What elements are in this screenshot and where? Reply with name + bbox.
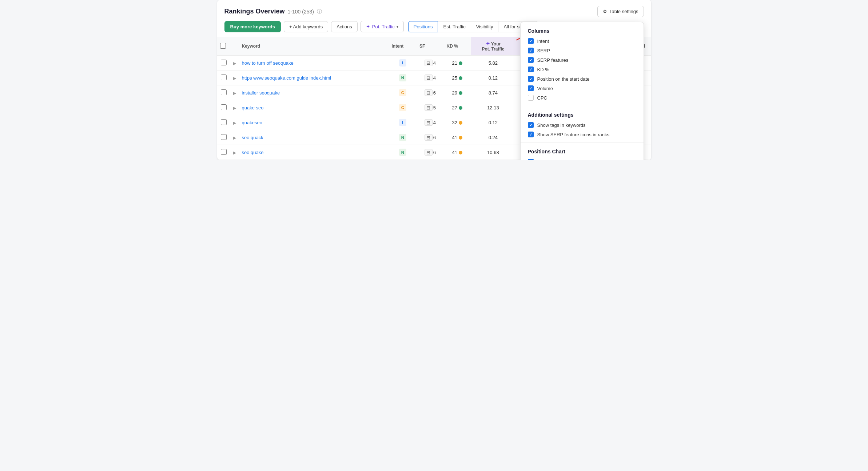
- cell-pot-traffic-1: 0.12: [471, 71, 515, 85]
- actions-button[interactable]: Actions: [331, 21, 358, 32]
- cell-kd-4: 32: [443, 115, 471, 130]
- checkbox-smart-zoom: ✓: [528, 159, 534, 160]
- checkbox-intent: ✓: [528, 38, 534, 44]
- row-checkbox-5[interactable]: [221, 134, 227, 140]
- keyword-link-0[interactable]: how to turn off seoquake: [242, 60, 294, 66]
- cell-checkbox: [217, 56, 230, 71]
- tab-visibility[interactable]: Visibility: [471, 21, 499, 32]
- info-icon[interactable]: ⓘ: [317, 8, 322, 15]
- cell-pot-traffic-5: 0.24: [471, 130, 515, 145]
- cell-kd-6: 41: [443, 145, 471, 160]
- expand-icon-3[interactable]: ▶: [233, 106, 236, 110]
- cell-expand: ▶: [230, 85, 239, 100]
- checkbox-show-tags: ✓: [528, 122, 534, 128]
- cell-expand: ▶: [230, 71, 239, 85]
- row-checkbox-6[interactable]: [221, 149, 227, 155]
- expand-icon-6[interactable]: ▶: [233, 150, 236, 155]
- row-checkbox-3[interactable]: [221, 104, 227, 110]
- settings-item-show-tags[interactable]: ✓ Show tags in keywords: [528, 122, 636, 128]
- row-checkbox-1[interactable]: [221, 75, 227, 80]
- settings-item-smart-zoom[interactable]: ✓ Smart zoom: [528, 159, 636, 160]
- cell-keyword-5: seo quack: [239, 130, 389, 145]
- expand-icon-2[interactable]: ▶: [233, 91, 236, 95]
- settings-item-show-serp-icons[interactable]: ✓ Show SERP feature icons in ranks: [528, 132, 636, 137]
- gear-icon: ⚙: [603, 9, 607, 14]
- expand-icon-0[interactable]: ▶: [233, 61, 236, 65]
- keyword-link-4[interactable]: quakeseo: [242, 120, 262, 125]
- row-checkbox-2[interactable]: [221, 89, 227, 95]
- cell-checkbox: [217, 85, 230, 100]
- settings-item-position-start[interactable]: ✓ Position on the start date: [528, 76, 636, 82]
- checkbox-serp-features: ✓: [528, 57, 534, 63]
- sparkle-icon-th: ✦: [486, 41, 490, 47]
- settings-label-intent: Intent: [537, 39, 549, 44]
- intent-badge-5: N: [399, 134, 406, 141]
- settings-label-cpc: CPC: [537, 95, 547, 101]
- cell-kd-3: 27: [443, 100, 471, 115]
- sf-icon-3: ⊟: [425, 104, 433, 111]
- sf-icon-5: ⊟: [425, 134, 433, 141]
- cell-intent-5: N: [389, 130, 417, 145]
- cell-keyword-1: https www.seoquake.com guide index.html: [239, 71, 389, 85]
- cell-sf-3: ⊟5: [417, 100, 443, 115]
- settings-item-kd[interactable]: ✓ KD %: [528, 67, 636, 72]
- keyword-link-2[interactable]: installer seoquake: [242, 90, 280, 96]
- kd-dot-5: [459, 136, 462, 140]
- intent-badge-0: I: [399, 59, 406, 67]
- positions-chart-section: Positions Chart ✓ Smart zoom: [521, 143, 644, 160]
- th-sf: SF: [417, 37, 443, 56]
- intent-badge-3: C: [399, 104, 406, 111]
- tab-est-traffic[interactable]: Est. Traffic: [438, 21, 471, 32]
- row-checkbox-0[interactable]: [221, 60, 227, 65]
- settings-item-cpc[interactable]: CPC: [528, 95, 636, 101]
- settings-item-serp[interactable]: ✓ SERP: [528, 48, 636, 53]
- table-settings-button[interactable]: ⚙ Table settings: [597, 6, 644, 17]
- tab-positions[interactable]: Positions: [408, 21, 438, 32]
- cell-intent-2: C: [389, 85, 417, 100]
- cell-pot-traffic-0: 5.82: [471, 56, 515, 71]
- cell-sf-1: ⊟4: [417, 71, 443, 85]
- settings-label-kd: KD %: [537, 67, 549, 72]
- pot-traffic-label: Pot. Traffic: [372, 24, 395, 29]
- select-all-checkbox[interactable]: [220, 43, 226, 49]
- kd-dot-2: [459, 91, 462, 95]
- kd-dot-6: [459, 151, 462, 154]
- expand-icon-1[interactable]: ▶: [233, 76, 236, 80]
- cell-sf-6: ⊟6: [417, 145, 443, 160]
- add-keywords-button[interactable]: + Add keywords: [284, 21, 328, 32]
- cell-keyword-3: quake seo: [239, 100, 389, 115]
- intent-badge-4: I: [399, 119, 406, 126]
- keyword-link-6[interactable]: seo quake: [242, 150, 264, 155]
- cell-expand: ▶: [230, 130, 239, 145]
- cell-checkbox: [217, 71, 230, 85]
- settings-item-volume[interactable]: ✓ Volume: [528, 85, 636, 91]
- table-settings-label: Table settings: [609, 9, 638, 14]
- keyword-link-5[interactable]: seo quack: [242, 135, 263, 140]
- keyword-link-1[interactable]: https www.seoquake.com guide index.html: [242, 75, 331, 81]
- pot-traffic-button[interactable]: ✦ Pot. Traffic ▾: [361, 21, 404, 32]
- settings-item-serp-features[interactable]: ✓ SERP features: [528, 57, 636, 63]
- row-checkbox-4[interactable]: [221, 119, 227, 125]
- sf-icon-1: ⊟: [425, 75, 433, 81]
- keyword-link-3[interactable]: quake seo: [242, 105, 264, 110]
- expand-icon-4[interactable]: ▶: [233, 121, 236, 125]
- expand-icon-5[interactable]: ▶: [233, 136, 236, 140]
- th-kd: KD %: [443, 37, 471, 56]
- columns-title: Columns: [528, 28, 636, 34]
- settings-label-serp: SERP: [537, 48, 550, 53]
- intent-badge-6: N: [399, 149, 406, 156]
- sparkle-icon: ✦: [366, 24, 370, 29]
- settings-item-intent[interactable]: ✓ Intent: [528, 38, 636, 44]
- cell-kd-0: 21: [443, 56, 471, 71]
- settings-label-position-start: Position on the start date: [537, 76, 590, 82]
- sf-icon-6: ⊟: [425, 149, 433, 156]
- cell-pot-traffic-4: 0.12: [471, 115, 515, 130]
- sf-icon-0: ⊟: [425, 60, 433, 66]
- buy-keywords-button[interactable]: Buy more keywords: [224, 21, 281, 32]
- additional-settings-title: Additional settings: [528, 112, 636, 118]
- checkbox-serp: ✓: [528, 48, 534, 53]
- th-checkbox: [217, 37, 230, 56]
- page-count: 1-100 (253): [288, 9, 314, 15]
- cell-checkbox: [217, 145, 230, 160]
- intent-badge-2: C: [399, 89, 406, 96]
